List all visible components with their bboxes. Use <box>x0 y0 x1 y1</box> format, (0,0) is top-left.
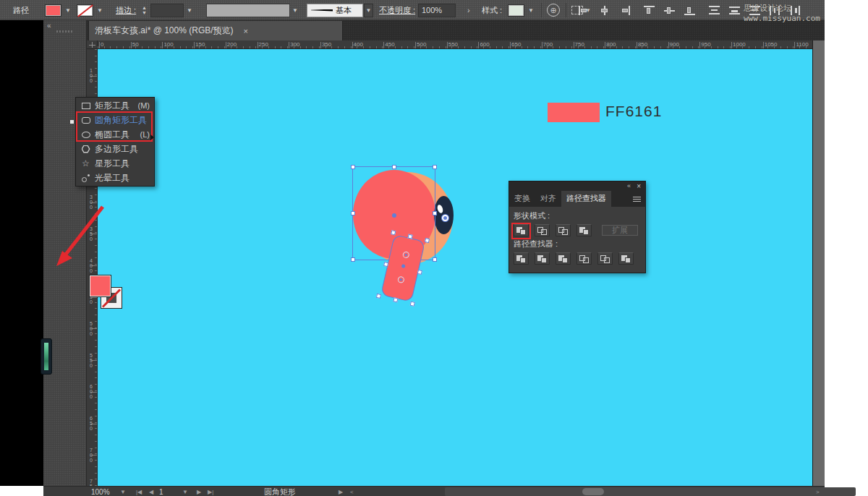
fill-swatch[interactable] <box>89 275 111 297</box>
align-vertical-center-icon[interactable] <box>664 6 675 15</box>
zoom-chevron-icon[interactable]: ▼ <box>120 489 126 495</box>
stroke-weight-field[interactable] <box>150 4 184 17</box>
opacity-field[interactable]: 100% <box>418 4 456 17</box>
tab-close-icon[interactable]: × <box>244 27 248 35</box>
menu-item-rect-tool[interactable]: 矩形工具(M) <box>76 98 154 113</box>
star-tool-icon: ☆ <box>80 158 91 168</box>
minus-front-button[interactable] <box>535 224 550 236</box>
opacity-arrow-icon[interactable]: › <box>467 0 470 20</box>
trim-button[interactable] <box>535 252 550 265</box>
anchor-point-indicator[interactable] <box>442 215 448 221</box>
menu-item-star-tool[interactable]: ☆星形工具 <box>76 156 154 171</box>
minus-back-button[interactable] <box>618 252 634 265</box>
collapsed-dock-fragment[interactable] <box>41 338 52 375</box>
selection-handle[interactable] <box>351 165 355 169</box>
hex-tool-icon <box>80 145 91 153</box>
align-top-icon[interactable] <box>644 6 655 15</box>
opacity-label[interactable]: 不透明度 : <box>379 0 415 20</box>
panel-header[interactable]: « × <box>509 181 646 192</box>
status-back-icon[interactable]: < <box>350 489 354 495</box>
desktop-background <box>0 20 43 486</box>
selection-handle[interactable] <box>393 297 398 302</box>
align-horizontal-center-icon[interactable] <box>599 6 610 15</box>
prev-artboard-icon[interactable]: ◀ <box>149 489 153 495</box>
artboard-chevron-icon[interactable]: ▼ <box>182 489 188 495</box>
status-expand-icon[interactable]: ▶ <box>339 489 343 495</box>
selection-handle[interactable] <box>417 270 422 275</box>
next-artboard-icon[interactable]: ▶ <box>197 489 201 495</box>
rect-tool-icon <box>80 103 91 109</box>
brush-chevron-icon[interactable]: ▼ <box>364 4 373 17</box>
horizontal-scrollbar[interactable] <box>445 487 856 496</box>
menu-item-flare-tool[interactable]: 光晕工具 <box>76 171 154 185</box>
scroll-right-icon[interactable]: > <box>816 489 820 495</box>
vertical-scrollbar[interactable] <box>812 40 825 486</box>
fill-chevron-icon[interactable]: ▼ <box>65 7 71 14</box>
selection-handle[interactable] <box>410 302 415 307</box>
exclude-button[interactable] <box>576 224 592 236</box>
zoom-level-field[interactable]: 100% <box>91 487 110 496</box>
align-left-icon[interactable] <box>579 6 590 15</box>
tab-对齐[interactable]: 对齐 <box>535 191 561 207</box>
crop-button[interactable] <box>576 252 592 265</box>
ruler-tick <box>510 42 511 48</box>
intersect-button[interactable] <box>556 224 571 236</box>
stroke-stepper[interactable]: ▲ ▼ <box>142 0 147 20</box>
scrollbar-thumb[interactable] <box>582 488 604 495</box>
selection-handle[interactable] <box>392 165 396 169</box>
panel-tabs: 变换对齐路径查找器 <box>509 192 646 207</box>
tab-变换[interactable]: 变换 <box>509 191 535 207</box>
align-bottom-icon[interactable] <box>684 6 695 15</box>
outline-button[interactable] <box>597 252 613 265</box>
selection-center-point <box>392 213 396 218</box>
toolbar-grip[interactable] <box>56 30 74 33</box>
toolbar-collapse-icon[interactable]: « <box>47 22 51 30</box>
divide-button[interactable] <box>514 252 529 265</box>
distribute-vertical-center-icon[interactable] <box>729 6 740 15</box>
selection-handle[interactable] <box>391 230 396 235</box>
width-profile-select[interactable] <box>206 4 290 17</box>
first-artboard-icon[interactable]: |◀ <box>136 489 142 495</box>
document-title: 滑板车女孩.ai* @ 100% (RGB/预览) <box>95 25 234 37</box>
document-tab[interactable]: 滑板车女孩.ai* @ 100% (RGB/预览) × <box>88 21 343 40</box>
panel-close-icon[interactable]: × <box>637 182 641 190</box>
stepper-down-icon[interactable]: ▼ <box>142 10 147 15</box>
style-label: 样式 : <box>482 0 502 20</box>
stroke-chevron-icon[interactable]: ▼ <box>97 7 103 14</box>
selection-handle[interactable] <box>376 294 381 299</box>
pathfinder-panel: « × 变换对齐路径查找器 形状模式 : 扩展 路径查找器 : <box>509 181 646 273</box>
ruler-tick <box>289 42 289 48</box>
selection-handle[interactable] <box>433 211 437 215</box>
selection-handle[interactable] <box>433 257 437 262</box>
selection-handle[interactable] <box>433 165 437 169</box>
selection-handle[interactable] <box>351 257 355 262</box>
artboard-canvas[interactable]: FF6161 « × 变换对齐路径查找器 形状模式 : 扩展 路径查找器 : <box>98 49 812 486</box>
width-profile-chevron-icon[interactable]: ▼ <box>292 7 298 14</box>
ruler-origin-box[interactable] <box>87 40 98 49</box>
merge-button[interactable] <box>556 252 571 265</box>
artboard-number-field[interactable]: 1 <box>159 487 163 496</box>
stepper-up-icon[interactable]: ▲ <box>142 5 147 10</box>
tab-路径查找器[interactable]: 路径查找器 <box>561 191 611 207</box>
ruler-label: 750 <box>575 41 584 48</box>
document-setup-icon[interactable]: ⊕ <box>547 4 560 17</box>
menu-item-hex-tool[interactable]: 多边形工具 <box>76 142 154 156</box>
selection-handle[interactable] <box>351 211 355 215</box>
align-right-icon[interactable] <box>619 6 630 15</box>
stroke-color-chip[interactable] <box>77 4 93 17</box>
style-chip[interactable] <box>508 4 524 17</box>
ruler-label: 0 <box>101 41 103 48</box>
last-artboard-icon[interactable]: ▶| <box>208 489 213 495</box>
distribute-top-icon[interactable] <box>709 6 720 15</box>
ruler-label: 100 <box>88 68 94 83</box>
fill-color-chip[interactable] <box>45 4 61 17</box>
unite-button[interactable] <box>514 224 529 236</box>
panel-collapse-icon[interactable]: « <box>627 182 631 189</box>
stroke-weight-chevron-icon[interactable]: ▼ <box>187 7 192 14</box>
ruler-label: 250 <box>259 41 268 48</box>
ruler-tick <box>794 42 795 48</box>
panel-menu-icon[interactable] <box>633 197 641 202</box>
stroke-weight-label[interactable]: 描边 : <box>116 0 136 20</box>
style-chevron-icon[interactable]: ▼ <box>528 7 534 14</box>
brush-definition-select[interactable]: 基本 <box>307 4 363 17</box>
